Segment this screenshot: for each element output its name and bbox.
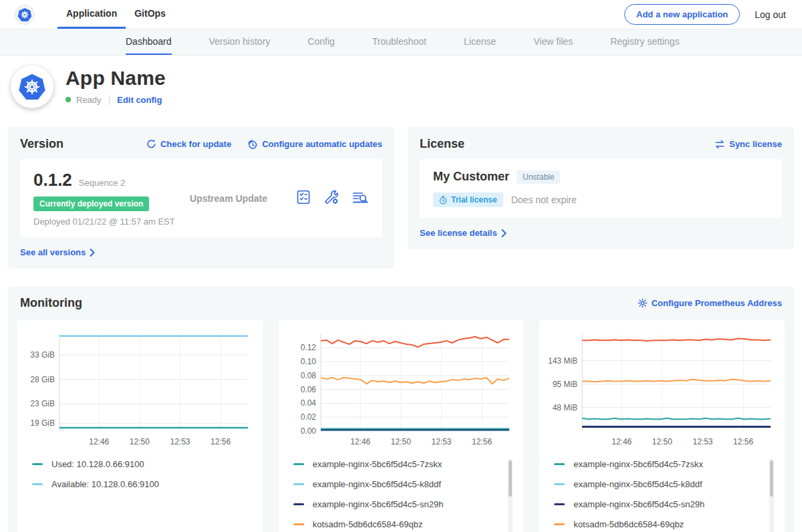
version-card-actions: Check for update Configure automatic upd… [146,139,382,150]
version-card-header: Version Check for update Configure autom… [20,137,382,151]
svg-text:12:53: 12:53 [170,437,190,446]
refresh-icon [146,139,156,149]
tab-dashboard[interactable]: Dashboard [126,29,172,55]
preflight-checks-icon[interactable] [295,189,311,208]
svg-text:0.02: 0.02 [301,412,317,422]
tab-application[interactable]: Application [57,0,126,29]
svg-text:12:50: 12:50 [391,437,411,446]
gear-icon [638,298,648,308]
see-license-details-row: See license details [420,227,782,239]
legend-scrollbar[interactable] [508,459,513,532]
legend-item: example-nginx-5bc6f5d4c5-sn29h [554,499,775,509]
version-info: 0.1.2 Sequence 2 Currently deployed vers… [33,170,188,227]
legend-label: example-nginx-5bc6f5d4c5-sn29h [573,499,704,509]
deployed-timestamp: Deployed 01/21/22 @ 11:57 am EST [33,217,188,227]
legend-item: example-nginx-5bc6f5d4c5-7zskx [293,459,515,469]
version-action-icons [295,189,369,208]
legend-color-dash [554,503,565,505]
svg-text:12:56: 12:56 [472,437,492,446]
top-nav-actions: Add a new application Log out [624,0,786,29]
version-card: Version Check for update Configure autom… [8,127,394,269]
disk-usage-chart: 12:4612:5012:5312:5633 GiB28 GiB23 GiB19… [26,328,253,448]
logout-button[interactable]: Log out [755,9,786,20]
app-logo-link[interactable] [15,0,35,29]
cpu-usage-chart-card: 12:4612:5012:5312:560.120.100.080.060.04… [279,320,524,532]
memory-usage-chart-card: 12:4612:5012:5312:56143 MiB95 MiB48 MiB … [539,320,785,532]
svg-text:143 MiB: 143 MiB [549,356,577,366]
svg-text:0.04: 0.04 [301,398,317,408]
sync-license-button[interactable]: Sync license [714,139,782,149]
monitoring-title: Monitoring [20,296,82,310]
license-card-title: License [420,137,464,151]
disk-usage-chart-card: 12:4612:5012:5312:5633 GiB28 GiB23 GiB19… [17,320,263,532]
legend-label: example-nginx-5bc6f5d4c5-sn29h [313,499,444,509]
monitoring-header: Monitoring Configure Prometheus Address [17,296,785,310]
edit-config-icon[interactable] [323,189,340,208]
license-expiry: Does not expire [511,194,577,205]
svg-text:12:56: 12:56 [211,437,231,446]
svg-text:0.00: 0.00 [301,426,317,436]
svg-text:12:46: 12:46 [90,437,110,446]
clock-refresh-icon [247,139,258,150]
configure-prometheus-button[interactable]: Configure Prometheus Address [638,298,782,308]
legend-label: kotsadm-5db6dc6584-69qbz [573,519,684,529]
check-for-update-button[interactable]: Check for update [146,139,231,149]
tab-version-history[interactable]: Version history [209,29,271,55]
legend-label: example-nginx-5bc6f5d4c5-k8ddf [573,479,702,489]
legend-item: kotsadm-5db6dc6584-69qbz [554,519,775,529]
svg-text:0.10: 0.10 [301,357,317,366]
legend-color-dash [32,483,43,485]
legend-item: example-nginx-5bc6f5d4c5-7zskx [554,459,775,469]
svg-text:12:46: 12:46 [612,437,632,446]
legend-color-dash [32,463,43,465]
app-header-text: App Name Ready | Edit config [65,65,166,105]
add-new-application-button[interactable]: Add a new application [624,4,740,25]
tab-license[interactable]: License [464,29,496,55]
legend-scrollbar[interactable] [769,459,774,532]
svg-text:12:50: 12:50 [130,437,150,446]
page-title: App Name [65,67,166,90]
legend-scrollbar-thumb[interactable] [770,460,773,497]
deploy-logs-icon[interactable] [352,189,369,208]
chart-legend: example-nginx-5bc6f5d4c5-7zskxexample-ng… [554,459,775,532]
legend-scrollbar-thumb[interactable] [509,460,512,497]
legend-color-dash [293,503,304,505]
see-all-versions-row: See all versions [20,246,382,258]
chevron-right-icon [90,249,95,257]
version-number: 0.1.2 [33,170,72,190]
legend-color-dash [554,483,565,485]
svg-text:48 MiB: 48 MiB [552,403,577,412]
status-ready-dot [65,97,71,102]
svg-text:28 GiB: 28 GiB [31,375,55,384]
legend-color-dash [293,523,304,525]
top-nav: Application GitOps Add a new application… [0,0,802,29]
svg-text:12:53: 12:53 [692,437,712,446]
see-all-versions-link[interactable]: See all versions [20,247,95,257]
edit-config-link[interactable]: Edit config [117,95,162,105]
license-card-header: License Sync license [420,137,782,151]
cpu-usage-chart: 12:4612:5012:5312:560.120.100.080.060.04… [287,328,515,448]
kubernetes-logo-icon [15,5,35,25]
tab-troubleshoot[interactable]: Troubleshoot [372,29,426,55]
app-avatar [11,65,53,108]
tab-view-files[interactable]: View files [533,29,573,55]
svg-text:23 GiB: 23 GiB [31,399,55,408]
see-license-details-link[interactable]: See license details [420,228,507,238]
sync-arrows-icon [714,140,725,149]
legend-item: Available: 10.128.0.66:9100 [32,479,253,489]
currently-deployed-badge: Currently deployed version [33,196,149,211]
legend-color-dash [293,483,304,485]
configure-automatic-updates-button[interactable]: Configure automatic updates [247,139,382,150]
legend-item: Used: 10.128.0.66:9100 [32,459,253,469]
tab-gitops[interactable]: GitOps [126,0,174,29]
license-details-card: My Customer Unstable Trial license Does … [420,159,782,218]
svg-text:0.06: 0.06 [301,385,317,394]
legend-color-dash [554,463,565,465]
chart-legend: Used: 10.128.0.66:9100Available: 10.128.… [32,459,253,532]
charts-row: 12:4612:5012:5312:5633 GiB28 GiB23 GiB19… [17,320,785,532]
trial-license-badge: Trial license [433,192,503,207]
tab-config[interactable]: Config [307,29,334,55]
tab-registry-settings[interactable]: Registry settings [610,29,679,55]
legend-item: kotsadm-5db6dc6584-69qbz [293,519,515,529]
customer-name: My Customer [433,170,509,184]
